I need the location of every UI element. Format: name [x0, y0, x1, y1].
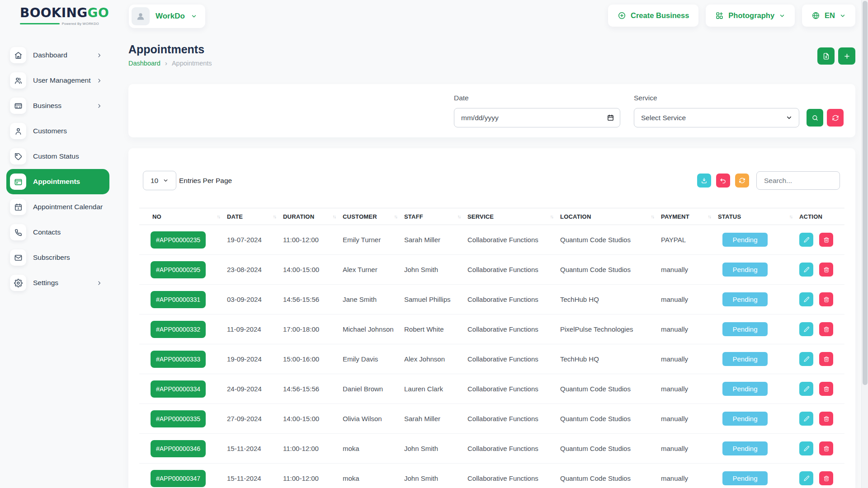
sidebar-item-customers[interactable]: Customers — [6, 118, 109, 144]
appointment-no-badge[interactable]: #APP00000346 — [151, 440, 206, 457]
appointment-no-badge[interactable]: #APP00000333 — [151, 351, 206, 368]
edit-button[interactable] — [799, 352, 813, 366]
cell-actions — [799, 263, 844, 277]
sidebar-item-appointments[interactable]: Appointments — [6, 169, 109, 194]
trash-icon — [823, 416, 830, 422]
filter-reset-button[interactable] — [827, 109, 844, 127]
edit-button[interactable] — [799, 412, 813, 426]
edit-button[interactable] — [799, 263, 813, 277]
column-header-action[interactable]: ACTION — [799, 213, 844, 220]
column-header-location[interactable]: LOCATION↑↓ — [560, 213, 661, 220]
scrollbar-thumb[interactable] — [863, 1, 868, 385]
service-select[interactable]: Select Service — [634, 108, 799, 127]
edit-button[interactable] — [799, 382, 813, 396]
cell-duration: 14:56-15:56 — [283, 385, 343, 393]
topbar: BOOKINGGO Powered By WORKDO WorkDo Creat… — [0, 0, 868, 33]
calendar-picker-icon[interactable] — [607, 114, 614, 122]
delete-button[interactable] — [819, 382, 833, 396]
edit-button[interactable] — [799, 292, 813, 306]
appointment-no-badge[interactable]: #APP00000331 — [151, 291, 206, 308]
export-button[interactable] — [817, 47, 835, 65]
appointments-table-card: 10 Entries Per Page NO↑↓DATE↑↓DURATION↑↓… — [128, 148, 855, 488]
cell-duration: 11:00-12:00 — [283, 474, 343, 482]
column-header-service[interactable]: SERVICE↑↓ — [467, 213, 560, 220]
date-input[interactable] — [454, 108, 620, 127]
table-search-input[interactable] — [756, 171, 840, 190]
delete-button[interactable] — [819, 233, 833, 247]
edit-button[interactable] — [799, 471, 813, 485]
cell-duration: 14:00-15:00 — [283, 266, 343, 273]
delete-button[interactable] — [819, 471, 833, 485]
mail-icon — [10, 249, 26, 266]
column-header-duration[interactable]: DURATION↑↓ — [283, 213, 343, 220]
sidebar-item-user-management[interactable]: User Management — [6, 68, 109, 93]
sidebar-item-dashboard[interactable]: Dashboard — [6, 42, 109, 68]
delete-button[interactable] — [819, 352, 833, 366]
delete-button[interactable] — [819, 412, 833, 426]
search-icon — [811, 114, 819, 122]
sidebar-item-custom-status[interactable]: Custom Status — [6, 144, 109, 169]
appointment-no-badge[interactable]: #APP00000347 — [151, 470, 206, 487]
column-header-no[interactable]: NO↑↓ — [139, 213, 227, 220]
page-actions — [817, 47, 855, 65]
filter-search-button[interactable] — [807, 109, 823, 127]
sort-icon[interactable]: ↑↓ — [789, 214, 793, 219]
breadcrumb-dashboard-link[interactable]: Dashboard — [128, 60, 160, 67]
sidebar-item-contacts[interactable]: Contacts — [6, 220, 109, 245]
undo-button[interactable] — [716, 174, 730, 188]
delete-button[interactable] — [819, 441, 833, 455]
language-dropdown[interactable]: EN — [802, 5, 855, 27]
sidebar-item-settings[interactable]: Settings — [6, 270, 109, 296]
sort-icon[interactable]: ↑↓ — [273, 214, 276, 219]
edit-button[interactable] — [799, 441, 813, 455]
download-button[interactable] — [697, 174, 711, 188]
appointment-no-badge[interactable]: #APP00000235 — [151, 231, 206, 249]
refresh-button[interactable] — [735, 174, 749, 188]
create-business-button[interactable]: Create Business — [608, 5, 698, 27]
edit-button[interactable] — [799, 322, 813, 336]
entries-per-page-select[interactable]: 10 — [143, 171, 176, 190]
sort-icon[interactable]: ↑↓ — [550, 214, 553, 219]
column-header-customer[interactable]: CUSTOMER↑↓ — [343, 213, 404, 220]
cell-actions — [799, 292, 844, 306]
filter-card: Date Service Select Service — [128, 84, 855, 137]
column-header-status[interactable]: STATUS↑↓ — [718, 213, 799, 220]
trash-icon — [823, 356, 830, 362]
sort-icon[interactable]: ↑↓ — [333, 214, 336, 219]
tag-icon — [10, 148, 26, 164]
table-row: #APP00000335 27-09-2024 14:00-15:00 Oliv… — [139, 404, 844, 434]
sidebar-item-business[interactable]: Business — [6, 93, 109, 118]
add-appointment-button[interactable] — [838, 47, 855, 65]
table-row: #APP00000347 15-11-2024 11:00-12:00 moka… — [139, 464, 844, 488]
sort-icon[interactable]: ↑↓ — [394, 214, 397, 219]
appointment-no-badge[interactable]: #APP00000295 — [151, 261, 206, 278]
globe-icon — [811, 11, 820, 20]
delete-button[interactable] — [819, 322, 833, 336]
appointment-no-badge[interactable]: #APP00000335 — [151, 410, 206, 427]
cell-location: Quantum Code Studios — [560, 385, 661, 393]
delete-button[interactable] — [819, 292, 833, 306]
sort-icon[interactable]: ↑↓ — [651, 214, 654, 219]
cell-service: Collaborative Functions — [467, 325, 560, 333]
sidebar-item-appointment-calendar[interactable]: Appointment Calendar — [6, 194, 109, 220]
edit-button[interactable] — [799, 233, 813, 247]
sort-icon[interactable]: ↑↓ — [458, 214, 461, 219]
trash-icon — [823, 446, 830, 452]
column-header-staff[interactable]: STAFF↑↓ — [404, 213, 467, 220]
cell-staff: Samuel Phillips — [404, 296, 467, 303]
sort-icon[interactable]: ↑↓ — [217, 214, 220, 219]
cell-service: Collaborative Functions — [467, 296, 560, 303]
cell-no: #APP00000331 — [139, 291, 227, 308]
delete-button[interactable] — [819, 263, 833, 277]
cell-status: Pending — [718, 352, 799, 366]
cell-location: Quantum Code Studios — [560, 236, 661, 244]
appointment-no-badge[interactable]: #APP00000334 — [151, 380, 206, 398]
sort-icon[interactable]: ↑↓ — [708, 214, 711, 219]
appointment-no-badge[interactable]: #APP00000332 — [151, 321, 206, 338]
sidebar-item-subscribers[interactable]: Subscribers — [6, 245, 109, 270]
business-type-dropdown[interactable]: Photography — [706, 5, 795, 27]
column-header-date[interactable]: DATE↑↓ — [227, 213, 283, 220]
scrollbar[interactable] — [861, 0, 868, 488]
workspace-switcher[interactable]: WorkDo — [129, 5, 205, 28]
column-header-payment[interactable]: PAYMENT↑↓ — [661, 213, 718, 220]
